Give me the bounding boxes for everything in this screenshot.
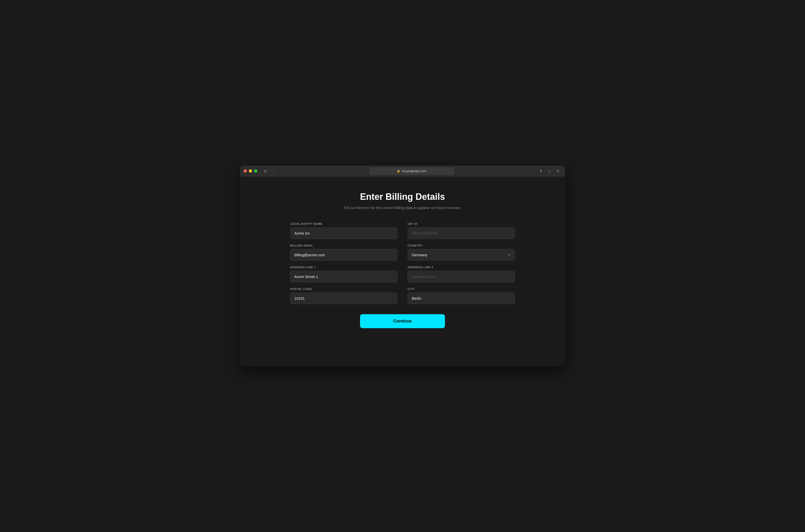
sidebar-toggle-button[interactable]: ⊞: [262, 168, 269, 175]
continue-button[interactable]: Continue: [360, 314, 445, 328]
postal-code-field: POSTAL CODE: [290, 287, 397, 304]
form-container: LEGAL ENTITY NAME VAT ID BILLING EMAIL C…: [290, 222, 515, 328]
address-line-1-field: ADDRESS LINE 1: [290, 266, 397, 283]
browser-right-controls: ⬆ + ⧉: [538, 168, 561, 175]
billing-email-field: BILLING EMAIL: [290, 244, 397, 261]
close-button[interactable]: [244, 169, 247, 173]
share-button[interactable]: ⬆: [538, 168, 544, 175]
form-grid: LEGAL ENTITY NAME VAT ID BILLING EMAIL C…: [290, 222, 515, 304]
fullscreen-button[interactable]: [254, 169, 257, 173]
address-bar-container: 🔒 my.graphapi.com: [288, 167, 535, 175]
legal-entity-name-input[interactable]: [290, 227, 397, 239]
traffic-lights: [244, 169, 257, 173]
vat-id-field: VAT ID: [408, 222, 515, 239]
browser-titlebar: ⊞ ‹ › 🔒 my.graphapi.com ⬆ + ⧉: [240, 166, 565, 176]
country-field: COUNTRY Germany United States United Kin…: [408, 244, 515, 261]
back-button[interactable]: ‹: [270, 168, 277, 175]
browser-content: Enter Billing Details Fill out the form …: [240, 176, 565, 366]
billing-email-label: BILLING EMAIL: [290, 244, 397, 247]
page-subtitle: Fill out the form for the correct billin…: [344, 206, 461, 210]
address-bar[interactable]: 🔒 my.graphapi.com: [369, 167, 454, 175]
city-field: CITY: [408, 287, 515, 304]
postal-code-input[interactable]: [290, 292, 397, 304]
legal-entity-name-label: LEGAL ENTITY NAME: [290, 222, 397, 225]
address-line-1-input[interactable]: [290, 271, 397, 283]
browser-controls: ⊞ ‹ ›: [262, 168, 286, 175]
city-input[interactable]: [408, 292, 515, 304]
postal-code-label: POSTAL CODE: [290, 287, 397, 290]
url-text: my.graphapi.com: [402, 169, 427, 173]
page-title: Enter Billing Details: [344, 192, 461, 202]
vat-id-input[interactable]: [408, 227, 515, 239]
address-line-2-field: ADDRESS LINE 2: [408, 266, 515, 283]
address-line-2-label: ADDRESS LINE 2: [408, 266, 515, 269]
tabs-button[interactable]: ⧉: [555, 168, 561, 175]
page-header: Enter Billing Details Fill out the form …: [344, 192, 461, 210]
address-line-1-label: ADDRESS LINE 1: [290, 266, 397, 269]
city-label: CITY: [408, 287, 515, 290]
forward-button[interactable]: ›: [279, 168, 286, 175]
vat-id-label: VAT ID: [408, 222, 515, 225]
country-select[interactable]: Germany United States United Kingdom Fra…: [408, 249, 515, 261]
new-tab-button[interactable]: +: [546, 168, 553, 175]
billing-email-input[interactable]: [290, 249, 397, 261]
address-line-2-input[interactable]: [408, 271, 515, 283]
legal-entity-name-field: LEGAL ENTITY NAME: [290, 222, 397, 239]
minimize-button[interactable]: [249, 169, 252, 173]
country-label: COUNTRY: [408, 244, 515, 247]
lock-icon: 🔒: [397, 169, 400, 173]
browser-window: ⊞ ‹ › 🔒 my.graphapi.com ⬆ + ⧉ Enter Bill…: [240, 166, 565, 366]
